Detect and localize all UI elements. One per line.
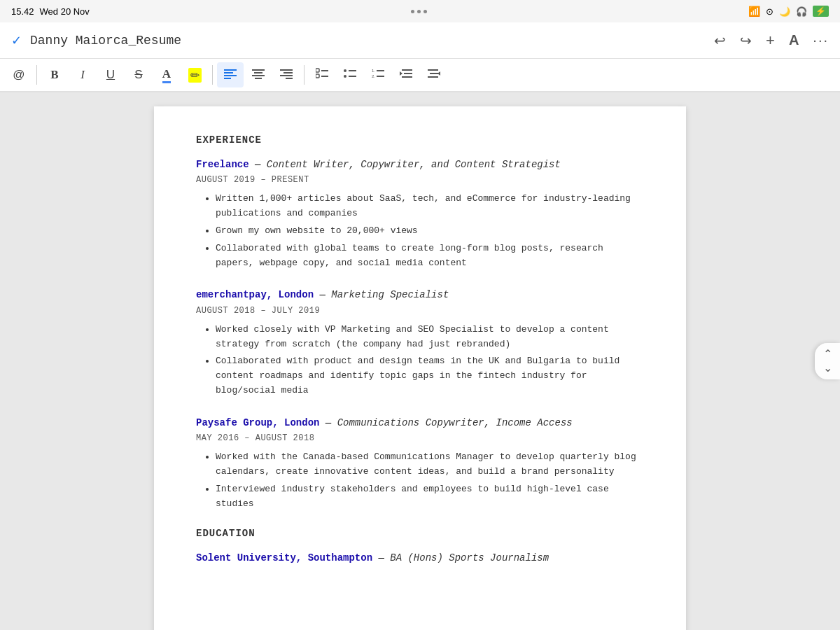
outdent-icon [400, 68, 412, 82]
list-item: Interviewed industry stakeholders and em… [216, 482, 644, 512]
font-color-icon: A [162, 67, 171, 83]
svg-text:1.: 1. [372, 69, 375, 73]
check-icon: ✓ [11, 33, 22, 48]
dot3 [424, 10, 427, 13]
solent-title-line: Solent University, Southampton — BA (Hon… [196, 550, 644, 566]
battery-icon: ⚡ [813, 6, 829, 17]
title-bar-left: ✓ Danny Maiorca_Resume [11, 33, 714, 48]
title-bar-right: ↩ ↪ + A ··· [714, 31, 829, 50]
at-button[interactable]: @ [6, 62, 32, 88]
strikethrough-button[interactable]: S [125, 62, 152, 88]
divider-1 [36, 65, 37, 85]
list-item: Written 1,000+ articles about SaaS, tech… [216, 192, 644, 221]
paysafe-company: Paysafe Group, London [196, 417, 319, 428]
location-icon: ⊙ [766, 6, 774, 17]
bold-button[interactable]: B [41, 62, 68, 88]
list-item: Worked with the Canada-based Communicati… [216, 450, 644, 479]
align-center-icon [252, 68, 265, 82]
solent-company: Solent University, Southampton [196, 552, 372, 564]
headphone-icon: 🎧 [796, 6, 807, 17]
solent-role: BA (Hons) Sports Journalism [390, 552, 549, 564]
freelance-role: Content Writer, Copywriter, and Content … [267, 159, 561, 170]
wifi-icon: 📶 [748, 6, 760, 17]
paysafe-title-line: Paysafe Group, London — Communications C… [196, 415, 644, 430]
job-solent: Solent University, Southampton — BA (Hon… [196, 550, 644, 566]
freelance-bullets: Written 1,000+ articles about SaaS, tech… [196, 192, 644, 270]
list-item: Worked closely with VP Marketing and SEO… [216, 323, 644, 352]
svg-text:2.: 2. [372, 74, 375, 78]
format-toolbar: @ B I U S A ✏ [0, 59, 840, 92]
highlight-button[interactable]: ✏ [181, 62, 208, 88]
job-emerchantpay: emerchantpay, London — Marketing Special… [196, 287, 644, 398]
add-button[interactable]: + [766, 31, 775, 50]
title-bar: ✓ Danny Maiorca_Resume ↩ ↪ + A ··· [0, 22, 840, 59]
bullet-list-icon [344, 68, 356, 82]
time-display: 15.42 [11, 6, 34, 17]
document-area[interactable]: EXPERIENCE Freelance — Content Writer, C… [0, 92, 840, 630]
bold-icon: B [50, 68, 58, 82]
status-bar-left: 15.42 Wed 20 Nov [11, 6, 90, 17]
checklist-icon [316, 68, 328, 82]
align-left-button[interactable] [217, 62, 244, 88]
job-paysafe: Paysafe Group, London — Communications C… [196, 415, 644, 512]
experience-section: EXPERIENCE Freelance — Content Writer, C… [196, 134, 644, 511]
freelance-dates: AUGUST 2019 – PRESENT [196, 175, 644, 185]
emerchantpay-separator: — [319, 289, 331, 300]
status-bar-right: 📶 ⊙ 🌙 🎧 ⚡ [748, 6, 829, 17]
svg-point-16 [344, 69, 346, 72]
paysafe-role: Communications Copywriter, Income Access [337, 417, 573, 428]
svg-rect-12 [316, 69, 319, 72]
status-bar: 15.42 Wed 20 Nov 📶 ⊙ 🌙 🎧 ⚡ [0, 0, 840, 22]
underline-button[interactable]: U [97, 62, 124, 88]
job-freelance: Freelance — Content Writer, Copywriter, … [196, 157, 644, 270]
status-bar-center [411, 10, 427, 13]
freelance-separator: — [255, 159, 267, 170]
scroll-up-arrow[interactable]: ⌃ [823, 349, 832, 360]
numbered-list-button[interactable]: 1.2. [365, 62, 391, 88]
scroll-down-arrow[interactable]: ⌄ [823, 363, 832, 374]
underline-icon: U [106, 68, 115, 82]
freelance-company: Freelance [196, 159, 249, 170]
experience-heading: EXPERIENCE [196, 134, 644, 146]
more-button[interactable]: ··· [813, 32, 829, 48]
font-color-button[interactable]: A [153, 62, 180, 88]
numbered-list-icon: 1.2. [372, 68, 384, 82]
redo-button[interactable]: ↪ [740, 32, 752, 49]
emerchantpay-bullets: Worked closely with VP Marketing and SEO… [196, 323, 644, 398]
dot1 [411, 10, 414, 13]
education-heading: EDUCATION [196, 528, 644, 539]
svg-rect-14 [316, 74, 319, 78]
outdent-button[interactable] [393, 62, 419, 88]
svg-marker-27 [400, 71, 402, 76]
emerchantpay-role: Marketing Specialist [331, 289, 449, 300]
checklist-button[interactable] [309, 62, 335, 88]
doc-title: Danny Maiorca_Resume [30, 34, 181, 48]
dot2 [417, 10, 421, 13]
emerchantpay-dates: AUGUST 2018 – JULY 2019 [196, 306, 644, 316]
paysafe-bullets: Worked with the Canada-based Communicati… [196, 450, 644, 511]
indent-button[interactable] [421, 62, 447, 88]
freelance-title-line: Freelance — Content Writer, Copywriter, … [196, 157, 644, 172]
list-item: Collaborated with product and design tea… [216, 354, 644, 398]
emerchantpay-title-line: emerchantpay, London — Marketing Special… [196, 287, 644, 302]
svg-marker-31 [438, 71, 440, 76]
align-center-button[interactable] [245, 62, 272, 88]
align-right-icon [280, 68, 293, 82]
svg-point-18 [344, 75, 346, 78]
education-section: EDUCATION Solent University, Southampton… [196, 528, 644, 566]
undo-button[interactable]: ↩ [714, 32, 726, 49]
bullet-list-button[interactable] [337, 62, 363, 88]
list-item: Grown my own website to 20,000+ views [216, 224, 644, 239]
font-button[interactable]: A [789, 32, 799, 48]
divider-2 [212, 65, 213, 85]
indent-icon [428, 68, 440, 82]
emerchantpay-company: emerchantpay, London [196, 289, 314, 300]
document-page: EXPERIENCE Freelance — Content Writer, C… [154, 106, 686, 630]
italic-button[interactable]: I [69, 62, 96, 88]
strikethrough-icon: S [134, 68, 142, 82]
divider-3 [304, 65, 304, 85]
scroll-indicator[interactable]: ⌃ ⌄ [815, 343, 840, 379]
align-left-icon [224, 68, 237, 82]
align-right-button[interactable] [273, 62, 300, 88]
highlight-icon: ✏ [188, 68, 202, 83]
